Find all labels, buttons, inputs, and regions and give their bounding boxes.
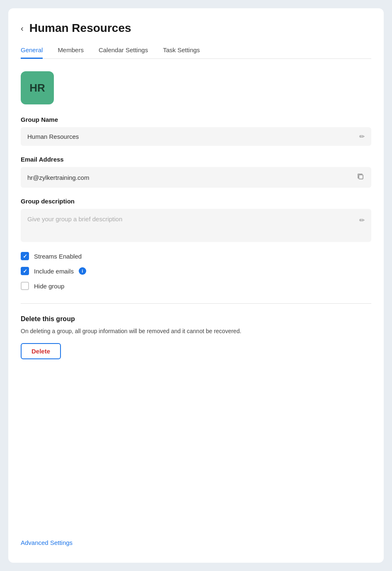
group-description-field: Give your group a brief description ✏ bbox=[21, 209, 371, 242]
hide-group-checkbox[interactable] bbox=[21, 282, 29, 290]
group-name-field: Human Resources ✏ bbox=[21, 127, 371, 146]
email-field: hr@zylkertraining.com bbox=[21, 167, 371, 188]
streams-enabled-item: Streams Enabled bbox=[21, 252, 371, 260]
svg-rect-0 bbox=[359, 175, 363, 179]
page-title: Human Resources bbox=[29, 22, 131, 35]
include-emails-label: Include emails bbox=[34, 268, 74, 275]
advanced-settings-link[interactable]: Advanced Settings bbox=[21, 539, 73, 546]
delete-section: Delete this group On deleting a group, a… bbox=[21, 315, 371, 359]
include-emails-checkbox[interactable] bbox=[21, 267, 29, 275]
streams-enabled-label: Streams Enabled bbox=[34, 253, 82, 260]
include-emails-info-icon[interactable]: i bbox=[79, 267, 86, 275]
tab-calendar-settings[interactable]: Calendar Settings bbox=[99, 46, 148, 59]
tab-task-settings[interactable]: Task Settings bbox=[163, 46, 200, 59]
group-avatar[interactable]: HR bbox=[21, 71, 54, 104]
hide-group-item: Hide group bbox=[21, 282, 371, 290]
group-description-edit-icon[interactable]: ✏ bbox=[359, 216, 365, 224]
group-name-value: Human Resources bbox=[27, 133, 359, 140]
tab-general[interactable]: General bbox=[21, 46, 43, 59]
tab-members[interactable]: Members bbox=[58, 46, 84, 59]
checkbox-group: Streams Enabled Include emails i Hide gr… bbox=[21, 252, 371, 290]
streams-enabled-checkbox[interactable] bbox=[21, 252, 29, 260]
settings-card: ‹ Human Resources General Members Calend… bbox=[8, 8, 384, 563]
email-label: Email Address bbox=[21, 156, 371, 163]
back-icon[interactable]: ‹ bbox=[21, 24, 24, 33]
page-header: ‹ Human Resources bbox=[21, 22, 371, 35]
email-value: hr@zylkertraining.com bbox=[27, 174, 356, 181]
delete-section-description: On deleting a group, all group informati… bbox=[21, 327, 371, 336]
include-emails-item: Include emails i bbox=[21, 267, 371, 275]
group-description-label: Group description bbox=[21, 198, 371, 205]
section-divider bbox=[21, 303, 371, 304]
tab-bar: General Members Calendar Settings Task S… bbox=[21, 46, 371, 59]
group-name-label: Group Name bbox=[21, 116, 371, 123]
group-description-placeholder: Give your group a brief description bbox=[27, 215, 359, 223]
delete-button[interactable]: Delete bbox=[21, 343, 61, 359]
email-copy-icon[interactable] bbox=[356, 172, 365, 182]
delete-section-title: Delete this group bbox=[21, 315, 371, 323]
hide-group-label: Hide group bbox=[34, 283, 64, 290]
group-name-edit-icon[interactable]: ✏ bbox=[359, 133, 365, 140]
